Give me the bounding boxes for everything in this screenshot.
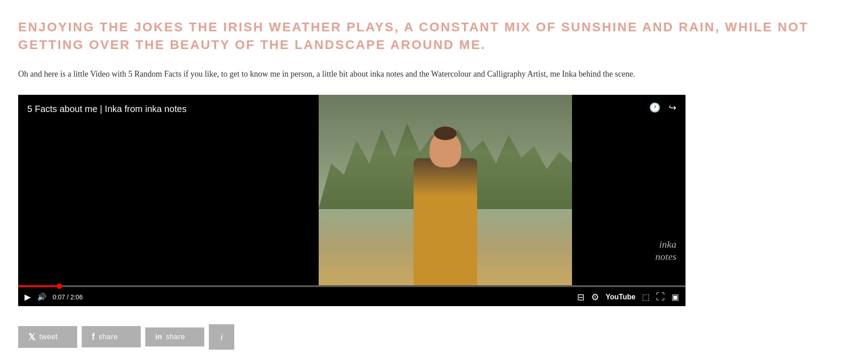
fullscreen-icon	[656, 292, 665, 302]
video-left-black	[18, 95, 319, 285]
person-head	[429, 131, 461, 167]
twitter-icon: 𝕏	[28, 332, 36, 342]
video-player[interactable]: 5 Facts about me | Inka from inka notes …	[18, 95, 686, 306]
fullscreen-button[interactable]	[656, 292, 665, 302]
video-right-black: inka notes	[572, 95, 686, 285]
linkedin-icon: in	[155, 333, 162, 341]
subtitles-icon	[577, 292, 585, 302]
volume-icon	[37, 292, 46, 302]
cast-icon	[642, 292, 650, 302]
watch-later-icon[interactable]	[649, 102, 661, 113]
facebook-share-button[interactable]: f share	[82, 326, 141, 347]
progress-dot	[57, 283, 62, 289]
share-icon[interactable]	[669, 102, 676, 113]
volume-button[interactable]	[37, 292, 46, 302]
time-display: 0:07 / 2:06	[53, 293, 83, 301]
facebook-icon: f	[92, 332, 95, 342]
linkedin-label: share	[166, 333, 185, 341]
video-scene-panel	[319, 95, 572, 285]
share-bar: 𝕏 tweet f share in share i	[18, 324, 850, 350]
facebook-label: share	[99, 333, 118, 341]
video-top-icons	[649, 102, 676, 113]
progress-bar[interactable]	[18, 285, 686, 287]
tweet-label: tweet	[39, 333, 58, 341]
controls-right: YouTube	[577, 292, 679, 302]
video-display: 5 Facts about me | Inka from inka notes …	[18, 95, 686, 285]
person-figure	[414, 158, 477, 285]
miniplayer-icon	[671, 292, 679, 302]
settings-button[interactable]	[591, 292, 599, 302]
tweet-button[interactable]: 𝕏 tweet	[18, 326, 77, 348]
play-icon	[25, 292, 31, 302]
info-icon: i	[220, 331, 223, 343]
video-scene-bg	[319, 95, 572, 285]
progress-fill	[18, 285, 57, 287]
page-description: Oh and here is a little Video with 5 Ran…	[18, 67, 835, 81]
info-button[interactable]: i	[209, 324, 234, 350]
miniplayer-button[interactable]	[671, 292, 679, 302]
play-button[interactable]	[25, 292, 31, 302]
page-heading: ENJOYING THE JOKES THE IRISH WEATHER PLA…	[18, 18, 835, 54]
video-controls-bar: 0:07 / 2:06 YouTube	[18, 288, 686, 306]
video-watermark: inka notes	[656, 239, 676, 263]
cast-button[interactable]	[642, 292, 650, 302]
settings-icon	[591, 292, 599, 302]
person-hair	[434, 127, 457, 140]
youtube-logo: YouTube	[606, 293, 636, 301]
subtitles-button[interactable]	[577, 292, 585, 302]
linkedin-share-button[interactable]: in share	[145, 327, 204, 346]
video-title: 5 Facts about me | Inka from inka notes	[27, 104, 187, 114]
